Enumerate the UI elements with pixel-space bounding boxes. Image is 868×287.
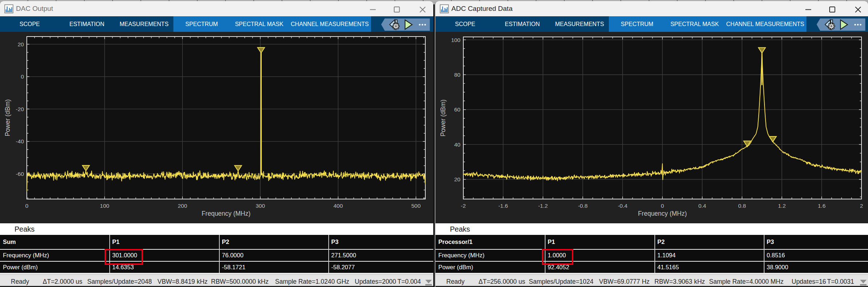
svg-text:-60: -60 bbox=[16, 171, 24, 177]
svg-text:-20: -20 bbox=[16, 106, 24, 112]
svg-text:40: 40 bbox=[454, 142, 461, 148]
svg-text:400: 400 bbox=[333, 203, 343, 209]
svg-text:100: 100 bbox=[100, 203, 109, 209]
svg-text:Frequency (MHz): Frequency (MHz) bbox=[202, 210, 250, 217]
svg-text:-1.6: -1.6 bbox=[498, 203, 508, 209]
svg-text:0: 0 bbox=[21, 73, 24, 80]
svg-text:100: 100 bbox=[451, 37, 460, 43]
svg-text:0: 0 bbox=[661, 203, 664, 209]
svg-text:0.4: 0.4 bbox=[698, 203, 706, 209]
svg-text:80: 80 bbox=[454, 72, 461, 78]
svg-text:500: 500 bbox=[411, 203, 421, 209]
svg-text:Power (dBm): Power (dBm) bbox=[439, 100, 447, 136]
svg-text:20: 20 bbox=[18, 41, 24, 47]
svg-text:0: 0 bbox=[25, 203, 29, 209]
svg-text:0.8: 0.8 bbox=[738, 203, 746, 209]
svg-text:2: 2 bbox=[860, 203, 863, 209]
svg-text:-0.8: -0.8 bbox=[578, 203, 588, 209]
svg-text:60: 60 bbox=[454, 106, 461, 113]
svg-text:1.2: 1.2 bbox=[778, 203, 786, 209]
svg-text:1.6: 1.6 bbox=[818, 203, 826, 209]
svg-text:-40: -40 bbox=[16, 138, 24, 144]
svg-text:-0.4: -0.4 bbox=[618, 203, 628, 209]
svg-text:Power (dBm): Power (dBm) bbox=[4, 99, 11, 136]
svg-text:-1.2: -1.2 bbox=[538, 203, 548, 209]
svg-text:300: 300 bbox=[256, 203, 265, 209]
svg-text:200: 200 bbox=[178, 203, 187, 209]
svg-text:20: 20 bbox=[454, 176, 461, 182]
svg-text:-2: -2 bbox=[461, 203, 466, 209]
svg-text:Frequency (MHz): Frequency (MHz) bbox=[638, 210, 687, 217]
